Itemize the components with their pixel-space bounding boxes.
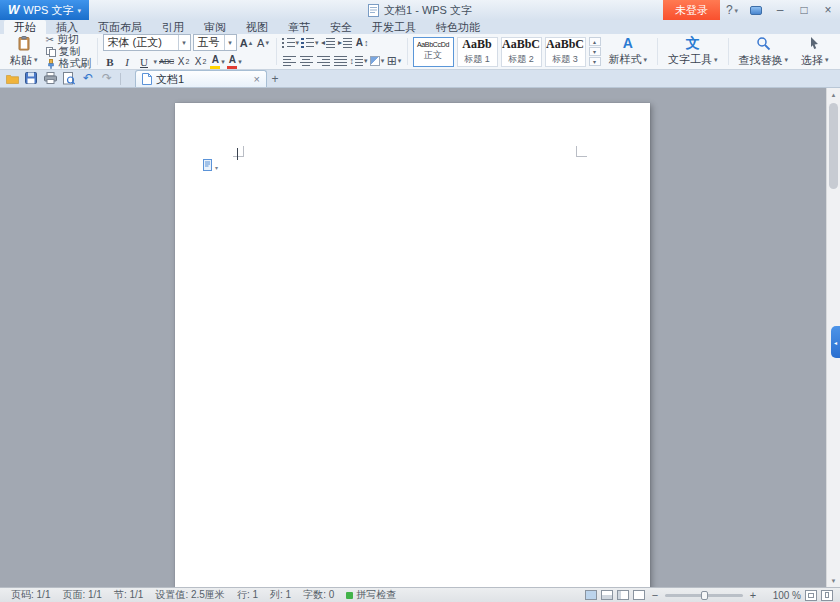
smart-tag-button[interactable]: ▾ — [203, 159, 218, 171]
align-right-button[interactable] — [316, 53, 331, 68]
increase-indent-button[interactable]: ▸ — [338, 35, 353, 50]
line-spacing-button[interactable]: ↕▾ — [350, 53, 368, 68]
styles-scroll-up-button[interactable]: ▴ — [589, 37, 601, 46]
zoom-out-button[interactable]: − — [649, 589, 661, 601]
tab-section[interactable]: 章节 — [278, 20, 320, 34]
undo-button[interactable]: ↶ — [79, 70, 97, 86]
style-sample: AaBbCcDd — [417, 41, 449, 48]
italic-button[interactable]: I — [120, 54, 135, 69]
web-view-button[interactable] — [617, 590, 629, 600]
document-tab[interactable]: 文档1 × — [135, 70, 267, 87]
skin-button[interactable] — [744, 0, 768, 20]
spell-check-button[interactable]: 拼写检查 — [340, 588, 402, 602]
sidebar-handle[interactable]: ◂ — [831, 326, 840, 358]
align-left-button[interactable] — [282, 53, 297, 68]
style-normal[interactable]: AaBbCcDd 正文 — [413, 37, 454, 67]
superscript-exp: 2 — [185, 58, 189, 65]
numbering-button[interactable]: ▾ — [301, 35, 319, 50]
chevron-down-icon: ▾ — [215, 164, 218, 171]
subscript-button[interactable]: X2 — [193, 54, 208, 69]
copy-icon — [46, 47, 56, 57]
outline-view-button[interactable] — [633, 590, 645, 600]
style-label: 标题 2 — [508, 53, 534, 66]
highlight-color-button[interactable]: A ▾ — [210, 54, 225, 69]
tab-review[interactable]: 审阅 — [194, 20, 236, 34]
font-color-button[interactable]: A ▾ — [227, 54, 242, 69]
tab-dev-tools[interactable]: 开发工具 — [362, 20, 426, 34]
tab-view[interactable]: 视图 — [236, 20, 278, 34]
print-button[interactable] — [41, 70, 59, 86]
shading-button[interactable]: ▾ — [370, 53, 385, 68]
underline-caret[interactable]: ▾ — [154, 58, 158, 66]
superscript-button[interactable]: X2 — [176, 54, 191, 69]
justify-button[interactable] — [333, 53, 348, 68]
bold-button[interactable]: B — [103, 54, 118, 69]
status-page-number: 页码: 1/1 — [5, 588, 56, 602]
new-style-button[interactable]: A 新样式▾ — [604, 35, 653, 69]
chevron-down-icon: ▾ — [364, 57, 368, 65]
maximize-button[interactable]: □ — [792, 0, 816, 20]
tab-page-layout[interactable]: 页面布局 — [88, 20, 152, 34]
zoom-slider[interactable] — [665, 594, 743, 597]
help-button[interactable]: ? ▾ — [720, 0, 744, 20]
zoom-slider-thumb[interactable] — [701, 591, 708, 600]
redo-button[interactable]: ↷ — [98, 70, 116, 86]
strikethrough-button[interactable]: ABC — [159, 54, 174, 69]
bullets-button[interactable]: ▾ — [282, 35, 300, 50]
styles-more-button[interactable]: ▾ — [589, 57, 601, 66]
close-tab-icon[interactable]: × — [254, 74, 260, 85]
margin-mark-top-left — [233, 146, 244, 157]
justify-icon — [334, 55, 347, 66]
document-tab-label: 文档1 — [156, 72, 250, 87]
wps-menu-button[interactable]: W WPS 文字 ▾ — [0, 0, 89, 20]
borders-button[interactable]: ⊞▾ — [387, 53, 402, 68]
grow-font-button[interactable]: A▴ — [239, 35, 254, 50]
print-preview-button[interactable] — [60, 70, 78, 86]
scroll-up-button[interactable]: ▲ — [827, 88, 840, 101]
page-view-button[interactable] — [585, 590, 597, 600]
new-tab-button[interactable]: + — [267, 71, 283, 87]
document-icon — [142, 73, 152, 85]
zoom-in-button[interactable]: + — [747, 589, 759, 601]
close-button[interactable]: × — [816, 0, 840, 20]
fullscreen-view-button[interactable] — [601, 590, 613, 600]
underline-button[interactable]: U — [137, 54, 152, 69]
tab-references[interactable]: 引用 — [152, 20, 194, 34]
tab-home[interactable]: 开始 — [4, 20, 46, 34]
text-direction-button[interactable]: A↕ — [355, 35, 370, 50]
font-color-icon: A — [227, 55, 237, 69]
format-painter-button[interactable]: 格式刷 — [46, 58, 92, 69]
cursor-icon — [808, 36, 821, 51]
font-size-combo[interactable]: 五号 ▾ — [193, 34, 237, 51]
select-button[interactable]: 选择▾ — [796, 35, 834, 69]
superscript-icon: X — [178, 56, 185, 67]
text-tool-button[interactable]: 文 文字工具▾ — [663, 35, 723, 69]
login-button[interactable]: 未登录 — [663, 0, 720, 20]
style-heading-2[interactable]: AaBbC 标题 2 — [501, 37, 542, 67]
open-button[interactable] — [3, 70, 21, 86]
chevron-down-icon: ▾ — [398, 57, 402, 65]
style-heading-1[interactable]: AaBb 标题 1 — [457, 37, 498, 67]
style-heading-3[interactable]: AaBbC 标题 3 — [545, 37, 586, 67]
minimize-button[interactable]: – — [768, 0, 792, 20]
save-button[interactable] — [22, 70, 40, 86]
scroll-down-button[interactable]: ▼ — [827, 574, 840, 587]
document-page[interactable]: ▾ — [175, 103, 650, 587]
shrink-font-button[interactable]: A▾ — [256, 35, 271, 50]
tab-security[interactable]: 安全 — [320, 20, 362, 34]
tab-special-features[interactable]: 特色功能 — [426, 20, 490, 34]
decrease-indent-button[interactable]: ◂ — [321, 35, 336, 50]
fit-page-button[interactable] — [821, 590, 833, 601]
find-replace-button[interactable]: 查找替换▾ — [734, 35, 794, 69]
font-name-combo[interactable]: 宋体 (正文) ▾ — [103, 34, 191, 51]
chevron-down-icon: ▾ — [735, 7, 739, 14]
status-column: 列: 1 — [264, 588, 297, 602]
group-separator — [276, 38, 277, 65]
paste-button[interactable]: 粘贴▾ — [5, 35, 43, 69]
chevron-down-icon: ▾ — [644, 56, 648, 64]
caret-down-icon: ▾ — [265, 39, 269, 47]
fit-width-button[interactable] — [805, 590, 817, 601]
scrollbar-thumb[interactable] — [829, 103, 838, 189]
styles-scroll-down-button[interactable]: ▾ — [589, 47, 601, 56]
align-center-button[interactable] — [299, 53, 314, 68]
